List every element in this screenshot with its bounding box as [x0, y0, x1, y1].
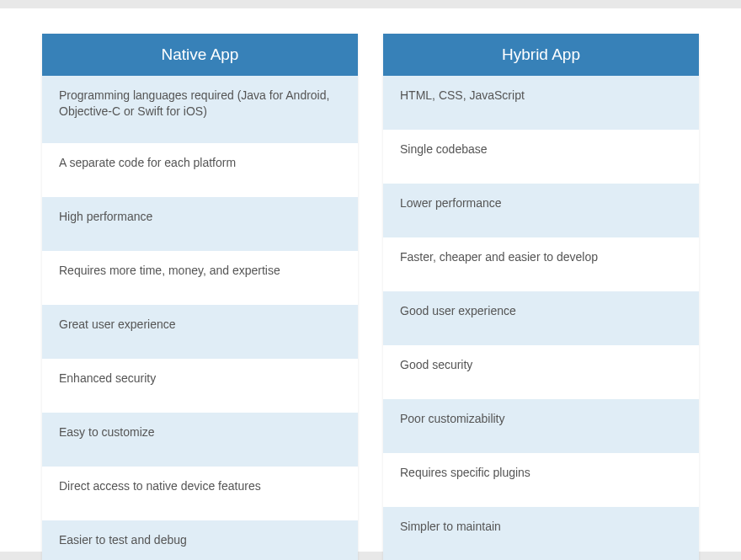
comparison-columns: Native App Programming languages require… [42, 34, 699, 560]
rows-native: Programming languages required (Java for… [42, 76, 358, 560]
table-row: High performance [42, 197, 358, 251]
table-row: Easier to test and debug [42, 520, 358, 560]
table-row: HTML, CSS, JavaScript [383, 76, 699, 130]
table-row: Single codebase [383, 130, 699, 184]
comparison-container: Native App Programming languages require… [0, 8, 741, 552]
table-row: Good security [383, 345, 699, 399]
table-row: Direct access to native device features [42, 467, 358, 520]
table-row: Enhanced security [42, 359, 358, 413]
table-row: Lower performance [383, 184, 699, 237]
column-header-native: Native App [42, 34, 358, 76]
rows-hybrid: HTML, CSS, JavaScript Single codebase Lo… [383, 76, 699, 560]
table-row: Simpler to maintain [383, 507, 699, 560]
column-hybrid-app: Hybrid App HTML, CSS, JavaScript Single … [383, 34, 699, 560]
column-header-hybrid: Hybrid App [383, 34, 699, 76]
table-row: Poor customizability [383, 399, 699, 453]
table-row: Requires specific plugins [383, 453, 699, 507]
table-row: Faster, cheaper and easier to develop [383, 237, 699, 291]
table-row: A separate code for each platform [42, 143, 358, 197]
table-row: Great user experience [42, 305, 358, 359]
table-row: Easy to customize [42, 413, 358, 467]
table-row: Programming languages required (Java for… [42, 76, 358, 143]
table-row: Good user experience [383, 291, 699, 345]
table-row: Requires more time, money, and expertise [42, 251, 358, 305]
column-native-app: Native App Programming languages require… [42, 34, 358, 560]
